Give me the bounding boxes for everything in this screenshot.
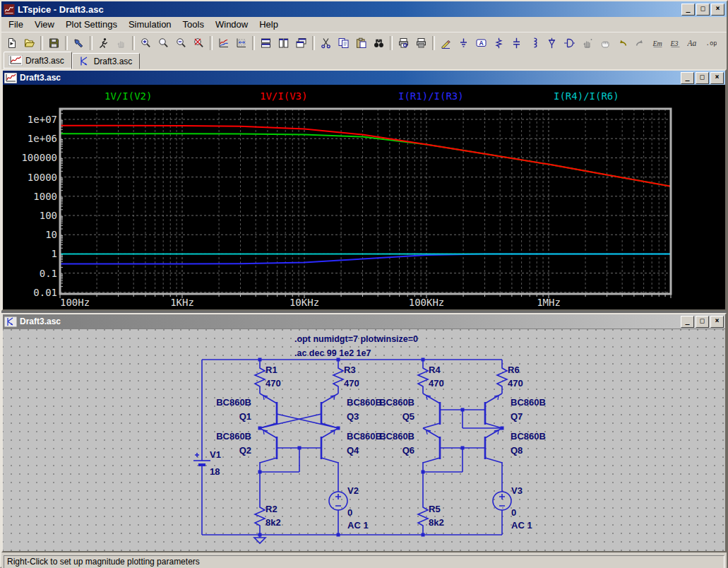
component-button[interactable] [561, 35, 578, 52]
legend-item-i-r1-i-r3[interactable]: I(R1)/I(R3) [398, 90, 464, 102]
tab-schematic-draft3-asc[interactable]: Draft3.asc [72, 53, 141, 69]
spice-directive-text[interactable]: .opt numidgt=7 plotwinsize=0 [294, 334, 418, 344]
spice-directive-text[interactable]: .ac dec 99 1e2 1e7 [294, 348, 371, 358]
cascade-windows-button[interactable] [292, 35, 310, 52]
resistor-value-label[interactable]: 8k2 [429, 517, 444, 528]
paste-button[interactable] [352, 35, 370, 52]
capacitor-button[interactable] [508, 35, 525, 52]
run-button[interactable] [95, 35, 112, 52]
transistor-model-label[interactable]: BC860B [347, 397, 382, 408]
control-panel-button[interactable] [70, 35, 88, 52]
diode-button[interactable] [543, 35, 561, 52]
save-button[interactable] [45, 35, 63, 52]
resistor-value-label[interactable]: 470 [429, 378, 444, 389]
inductor-button[interactable] [525, 35, 543, 52]
transistor-ref-label[interactable]: Q4 [347, 445, 359, 456]
move-button[interactable] [578, 35, 596, 52]
resistor-value-label[interactable]: 8k2 [265, 517, 281, 528]
ground-button[interactable] [455, 35, 472, 52]
plot-window-close-button[interactable]: × [710, 72, 724, 84]
menu-item-tools[interactable]: Tools [177, 18, 210, 31]
resistor-value-label[interactable]: 470 [265, 378, 281, 389]
source-ref-label[interactable]: V3 [511, 485, 523, 496]
schematic-window-close-button[interactable]: × [710, 316, 724, 328]
resistor-ref-label[interactable]: R1 [265, 365, 278, 375]
resistor-symbol[interactable] [333, 363, 343, 394]
resistor-symbol[interactable] [418, 363, 428, 394]
source-ref-label[interactable]: V2 [347, 485, 359, 496]
net-label-button[interactable]: A [472, 35, 490, 52]
open-file-button[interactable] [20, 35, 38, 52]
resistor-value-label[interactable]: 470 [508, 378, 523, 389]
resistor-button[interactable] [490, 35, 508, 52]
tile-horizontal-button[interactable] [257, 35, 275, 52]
pnp-transistor-symbol[interactable] [423, 394, 440, 428]
pnp-transistor-symbol[interactable] [423, 428, 440, 463]
rotate-button[interactable]: E3 [667, 35, 684, 52]
window-minimize-button[interactable]: _ [681, 4, 695, 16]
transistor-ref-label[interactable]: Q2 [239, 445, 251, 456]
resistor-ref-label[interactable]: R4 [429, 365, 441, 375]
schematic-window-maximize-button[interactable]: □ [696, 316, 709, 328]
legend-item-1v-i-v3[interactable]: 1V/I(V3) [260, 90, 307, 102]
menu-item-simulation[interactable]: Simulation [123, 18, 177, 31]
window-maximize-button[interactable]: □ [696, 4, 710, 16]
menu-item-plot-settings[interactable]: Plot Settings [60, 18, 123, 31]
transistor-model-label[interactable]: BC860B [511, 397, 546, 408]
plot-canvas[interactable]: 1e+071e+061000001000010001001010.10.0110… [3, 85, 725, 309]
source-ac-label[interactable]: AC 1 [511, 520, 532, 531]
drag-button[interactable] [596, 35, 614, 52]
voltage-source-symbol[interactable] [493, 492, 511, 510]
transistor-ref-label[interactable]: Q8 [511, 445, 523, 456]
plot-window-maximize-button[interactable]: □ [696, 72, 709, 84]
new-file-button[interactable] [3, 35, 20, 52]
find-button[interactable] [370, 35, 388, 52]
pnp-transistor-symbol[interactable] [321, 394, 338, 428]
resistor-symbol[interactable] [497, 363, 507, 394]
resistor-symbol[interactable] [255, 363, 265, 394]
resistor-ref-label[interactable]: R6 [508, 365, 520, 375]
resistor-value-label[interactable]: 470 [344, 378, 359, 389]
zoom-pan-button[interactable] [155, 35, 172, 52]
undo-button[interactable] [614, 35, 631, 52]
print-button[interactable] [412, 35, 430, 52]
transistor-model-label[interactable]: BC860B [511, 431, 546, 442]
transistor-ref-label[interactable]: Q5 [402, 411, 414, 422]
schematic-canvas[interactable]: R1470R3470R4470R6470R28k2R58k2BC860BQ1BC… [3, 329, 725, 550]
text-tool-button[interactable]: Aa [684, 35, 702, 52]
resistor-symbol[interactable] [255, 502, 265, 533]
resistor-symbol[interactable] [418, 502, 428, 533]
source-value-label[interactable]: 0 [511, 507, 516, 518]
autorange-button[interactable] [215, 35, 232, 52]
plot-window-minimize-button[interactable]: _ [681, 72, 694, 84]
pnp-transistor-symbol[interactable] [485, 428, 502, 463]
pnp-transistor-symbol[interactable] [485, 394, 502, 428]
transistor-ref-label[interactable]: Q6 [402, 445, 414, 456]
print-preview-button[interactable] [395, 35, 412, 52]
legend-item-1v-i-v2[interactable]: 1V/I(V2) [105, 90, 152, 102]
window-close-button[interactable]: × [711, 4, 724, 16]
plot-area[interactable]: 1e+071e+061000001000010001001010.10.0110… [3, 85, 725, 309]
source-ac-label[interactable]: AC 1 [347, 520, 369, 531]
transistor-model-label[interactable]: BC860B [347, 431, 382, 442]
zoom-out-button[interactable] [172, 35, 190, 52]
schematic-window-minimize-button[interactable]: _ [681, 316, 694, 328]
resistor-ref-label[interactable]: R2 [265, 504, 278, 514]
menu-item-view[interactable]: View [29, 18, 60, 31]
ground-symbol[interactable] [254, 538, 265, 543]
zoom-in-button[interactable] [137, 35, 155, 52]
menu-item-window[interactable]: Window [210, 18, 253, 31]
transistor-model-label[interactable]: BC860B [216, 397, 251, 408]
transistor-ref-label[interactable]: Q7 [511, 411, 523, 422]
zoom-extents-button[interactable] [232, 35, 250, 52]
wire-button[interactable] [437, 35, 455, 52]
halt-button[interactable] [112, 35, 130, 52]
copy-button[interactable] [335, 35, 352, 52]
transistor-model-label[interactable]: BC860B [216, 431, 251, 442]
resistor-ref-label[interactable]: R3 [344, 365, 356, 375]
transistor-model-label[interactable]: BC860B [379, 431, 414, 442]
legend-item-i-r4-i-r6[interactable]: I(R4)/I(R6) [554, 90, 619, 102]
transistor-ref-label[interactable]: Q3 [347, 411, 359, 422]
source-ref-label[interactable]: V1 [210, 449, 221, 460]
zoom-full-button[interactable] [190, 35, 208, 52]
